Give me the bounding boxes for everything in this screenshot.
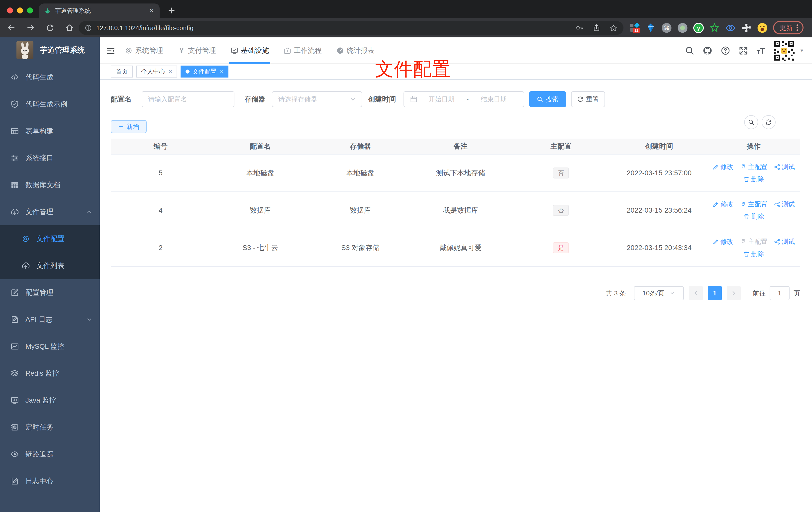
config-name-input[interactable] bbox=[148, 95, 228, 103]
sidebar-item[interactable]: 数据库文档 bbox=[0, 172, 100, 199]
sidebar-item[interactable]: 系统接口 bbox=[0, 145, 100, 172]
extension-command-icon[interactable]: ⌘ bbox=[661, 23, 672, 33]
current-page[interactable]: 1 bbox=[708, 286, 722, 300]
top-nav-item[interactable]: ¥支付管理 bbox=[178, 37, 216, 64]
window-zoom-button[interactable] bbox=[27, 7, 33, 13]
edit-link[interactable]: 修改 bbox=[713, 200, 733, 209]
sidebar-item[interactable]: 链路追踪 bbox=[0, 441, 100, 468]
font-size-icon[interactable]: TT bbox=[757, 47, 765, 55]
window-minimize-button[interactable] bbox=[17, 7, 23, 13]
sidebar-item[interactable]: 文件列表 bbox=[0, 252, 100, 279]
next-page-button[interactable] bbox=[727, 286, 741, 300]
share-icon[interactable] bbox=[592, 24, 601, 32]
tag-close-icon[interactable]: × bbox=[169, 69, 172, 74]
goto-page-input[interactable] bbox=[770, 286, 789, 300]
edit-link-label: 修改 bbox=[721, 162, 733, 171]
extension-tampermonkey-icon[interactable]: 11 bbox=[630, 23, 640, 33]
timer-book-icon bbox=[10, 423, 19, 431]
browser-menu-icon[interactable] bbox=[796, 24, 798, 31]
add-button[interactable]: 新增 bbox=[111, 120, 147, 133]
cell-name: S3 - 七牛云 bbox=[210, 243, 310, 252]
sidebar-item[interactable]: 代码生成 bbox=[0, 64, 100, 91]
user-menu-caret-icon[interactable]: ▼ bbox=[800, 48, 804, 53]
delete-link[interactable]: 删除 bbox=[743, 175, 764, 183]
set-master-link[interactable]: 主配置 bbox=[740, 237, 767, 246]
extension-eye-icon[interactable] bbox=[725, 23, 736, 33]
sidebar-item[interactable]: 日志中心 bbox=[0, 468, 100, 494]
sidebar-item[interactable]: 文件配置 bbox=[0, 225, 100, 252]
help-icon[interactable] bbox=[721, 46, 730, 55]
address-bar[interactable]: 127.0.0.1:1024/infra/file/file-config bbox=[79, 21, 624, 35]
column-header: 主配置 bbox=[511, 142, 611, 151]
magnet-icon bbox=[740, 201, 746, 208]
tag-label: 个人中心 bbox=[141, 67, 165, 76]
edit-link[interactable]: 修改 bbox=[713, 162, 733, 171]
extension-star-icon[interactable] bbox=[709, 23, 720, 33]
extension-dot-icon[interactable] bbox=[677, 23, 688, 33]
test-link[interactable]: 测试 bbox=[774, 200, 795, 209]
set-master-link[interactable]: 主配置 bbox=[740, 162, 767, 171]
set-master-link[interactable]: 主配置 bbox=[740, 200, 767, 209]
pagination: 共 3 条 10条/页 1 前往 页 bbox=[606, 286, 800, 300]
start-date-placeholder[interactable]: 开始日期 bbox=[417, 95, 466, 104]
password-key-icon[interactable] bbox=[576, 24, 584, 32]
fullscreen-icon[interactable] bbox=[739, 46, 748, 55]
forward-icon[interactable] bbox=[26, 24, 35, 32]
end-date-placeholder[interactable]: 结束日期 bbox=[470, 95, 518, 104]
tag-item[interactable]: 个人中心× bbox=[136, 65, 177, 78]
home-icon[interactable] bbox=[65, 24, 74, 32]
sidebar-item[interactable]: MySQL 监控 bbox=[0, 333, 100, 360]
sidebar-item[interactable]: Java 监控 bbox=[0, 387, 100, 414]
date-range-picker[interactable]: 开始日期 - 结束日期 bbox=[404, 91, 524, 107]
user-avatar[interactable] bbox=[773, 40, 795, 62]
refresh-table-button[interactable] bbox=[762, 115, 776, 129]
top-nav-item[interactable]: 统计报表 bbox=[336, 37, 375, 64]
top-nav-item[interactable]: 工作流程 bbox=[283, 37, 322, 64]
sidebar-item[interactable]: 表单构建 bbox=[0, 118, 100, 145]
storage-select[interactable]: 请选择存储器 bbox=[272, 91, 362, 107]
extension-gem-icon[interactable] bbox=[645, 23, 656, 33]
search-button[interactable]: 搜索 bbox=[529, 91, 566, 107]
tag-item[interactable]: 文件配置× bbox=[180, 65, 228, 78]
config-name-field[interactable] bbox=[142, 91, 234, 107]
browser-tab-strip: 芋道管理系统 × bbox=[0, 0, 812, 18]
sidebar-item[interactable]: 文件管理 bbox=[0, 199, 100, 225]
back-icon[interactable] bbox=[7, 24, 16, 32]
extension-emoji-icon[interactable] bbox=[757, 23, 767, 33]
sidebar-item[interactable]: 配置管理 bbox=[0, 279, 100, 306]
edit-link[interactable]: 修改 bbox=[713, 237, 733, 246]
test-link[interactable]: 测试 bbox=[774, 162, 795, 171]
window-close-button[interactable] bbox=[7, 7, 13, 13]
chrome-update-button[interactable]: 更新 bbox=[773, 21, 804, 34]
sidebar-item[interactable]: 代码生成示例 bbox=[0, 91, 100, 118]
sidebar-item[interactable]: 定时任务 bbox=[0, 414, 100, 441]
tag-item[interactable]: 首页 bbox=[111, 65, 133, 78]
browser-tab[interactable]: 芋道管理系统 × bbox=[39, 3, 160, 18]
prev-page-button[interactable] bbox=[689, 286, 703, 300]
github-icon[interactable] bbox=[703, 46, 712, 55]
goto-label: 前往 bbox=[753, 289, 765, 298]
delete-link[interactable]: 删除 bbox=[743, 212, 764, 221]
tab-close-icon[interactable]: × bbox=[149, 7, 155, 14]
sidebar-item[interactable]: Redis 监控 bbox=[0, 360, 100, 387]
page-size-select[interactable]: 10条/页 bbox=[634, 286, 684, 300]
new-tab-button[interactable] bbox=[166, 4, 178, 17]
extension-y-icon[interactable]: y bbox=[693, 23, 704, 33]
reload-icon[interactable] bbox=[46, 24, 54, 32]
test-link[interactable]: 测试 bbox=[774, 237, 795, 246]
top-nav-item[interactable]: 系统管理 bbox=[125, 37, 163, 64]
collapse-sidebar-icon[interactable] bbox=[106, 47, 115, 55]
table-row: 5本地磁盘本地磁盘测试下本地存储否2022-03-15 23:57:00修改主配… bbox=[111, 155, 800, 192]
search-icon[interactable] bbox=[685, 46, 694, 55]
delete-link[interactable]: 删除 bbox=[743, 249, 764, 258]
site-info-icon[interactable] bbox=[85, 24, 92, 31]
toggle-search-button[interactable] bbox=[744, 115, 758, 129]
extension-puzzle-icon[interactable] bbox=[741, 23, 752, 33]
tag-close-icon[interactable]: × bbox=[220, 69, 224, 74]
top-nav-item[interactable]: 基础设施 bbox=[230, 37, 269, 64]
config-name-label: 配置名 bbox=[111, 94, 132, 104]
app-logo[interactable]: 芋道管理系统 bbox=[0, 37, 100, 63]
bookmark-star-icon[interactable] bbox=[609, 24, 617, 32]
sidebar-item[interactable]: API 日志 bbox=[0, 306, 100, 333]
reset-button[interactable]: 重置 bbox=[571, 91, 605, 107]
